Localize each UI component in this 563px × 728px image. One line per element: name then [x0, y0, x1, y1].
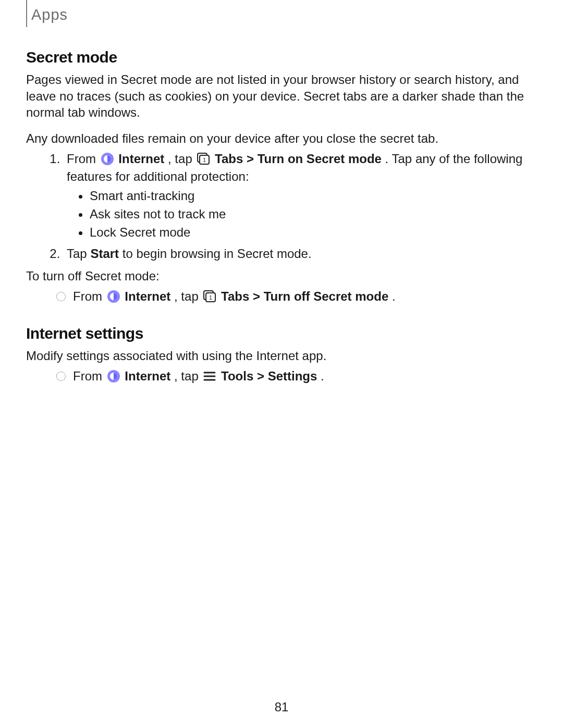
secret-mode-steps: From Internet , tap 1 Tabs > Turn on: [26, 150, 537, 263]
header-rule: [26, 0, 27, 27]
step-2: Tap Start to begin browsing in Secret mo…: [64, 245, 537, 263]
tabs-icon: 1: [203, 290, 216, 302]
turnoff-intro: To turn off Secret mode:: [26, 268, 537, 285]
heading-internet-settings: Internet settings: [26, 325, 537, 342]
step2-start: Start: [90, 246, 119, 261]
turnoff-mid: , tap: [174, 289, 202, 303]
step1-sep: >: [247, 152, 258, 166]
settings-pre: From: [73, 369, 106, 383]
turnoff-list: From Internet , tap 1 Tabs > Turn off: [26, 288, 537, 306]
step2-pre: Tap: [67, 246, 90, 261]
turnoff-pre: From: [73, 289, 106, 303]
turnoff-step: From Internet , tap 1 Tabs > Turn off: [60, 288, 537, 306]
settings-mid: , tap: [174, 369, 202, 383]
bullet-lock-secret: Lock Secret mode: [90, 224, 537, 242]
step2-post: to begin browsing in Secret mode.: [123, 246, 312, 261]
turnoff-sep: >: [253, 289, 264, 303]
internet-icon: [107, 290, 120, 303]
tabs-label: Tabs: [221, 289, 249, 303]
internet-label: Internet: [125, 369, 170, 383]
internet-settings-desc: Modify settings associated with using th…: [26, 348, 537, 364]
internet-label: Internet: [118, 152, 164, 166]
step-1: From Internet , tap 1 Tabs > Turn on: [64, 150, 537, 242]
bullet-ask-no-track: Ask sites not to track me: [90, 205, 537, 224]
secret-mode-desc-1: Pages viewed in Secret mode are not list…: [26, 71, 537, 121]
step1-pre: From: [67, 152, 100, 166]
page-number: 81: [0, 700, 563, 714]
step1-mid: , tap: [168, 152, 195, 166]
svg-text:1: 1: [209, 294, 212, 301]
settings-sep: >: [257, 369, 268, 383]
tabs-icon: 1: [197, 152, 210, 165]
header-title: Apps: [26, 7, 537, 22]
page: Apps Secret mode Pages viewed in Secret …: [0, 0, 563, 728]
step1-action: Turn on Secret mode: [258, 152, 382, 166]
settings-post: .: [321, 369, 324, 383]
tools-label: Tools: [221, 369, 253, 383]
internet-icon: [101, 152, 114, 166]
step1-bullets: Smart anti-tracking Ask sites not to tra…: [67, 187, 537, 241]
internet-label: Internet: [125, 289, 170, 303]
settings-list: From Internet , tap Tools > Settings: [26, 367, 537, 386]
bullet-smart-anti-tracking: Smart anti-tracking: [90, 187, 537, 205]
heading-secret-mode: Secret mode: [26, 48, 537, 66]
menu-icon: [203, 369, 216, 382]
turnoff-action: Turn off Secret mode: [264, 289, 389, 303]
page-header: Apps: [26, 0, 537, 28]
settings-label: Settings: [268, 369, 317, 383]
secret-mode-desc-2: Any downloaded files remain on your devi…: [26, 130, 537, 147]
settings-step: From Internet , tap Tools > Settings: [60, 367, 537, 386]
turnoff-post: .: [392, 289, 396, 303]
svg-text:1: 1: [203, 157, 206, 163]
internet-icon: [107, 369, 120, 383]
tabs-label: Tabs: [215, 152, 243, 166]
